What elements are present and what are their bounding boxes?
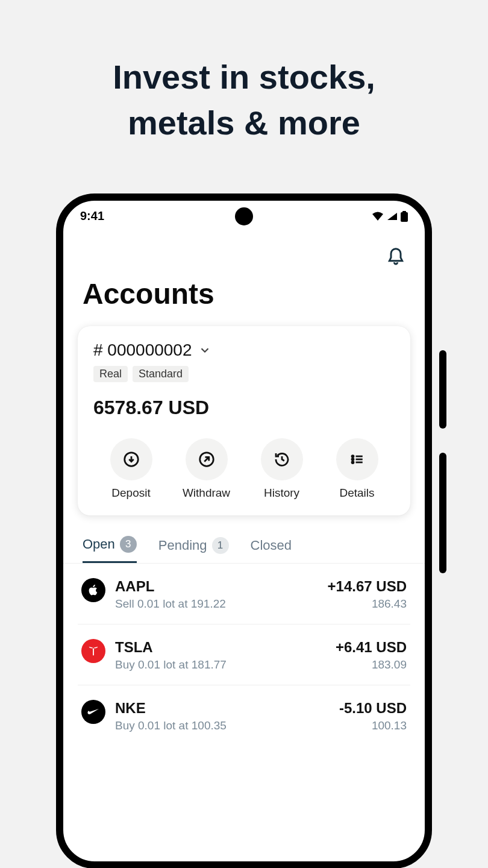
phone-side-button [439, 453, 446, 573]
account-number: # 000000002 [93, 341, 192, 360]
tab-open[interactable]: Open 3 [83, 536, 137, 563]
apple-icon [81, 578, 105, 602]
position-detail: Buy 0.01 lot at 100.35 [115, 719, 227, 732]
svg-point-4 [352, 456, 354, 458]
nike-icon [81, 700, 105, 724]
position-row[interactable]: NKEBuy 0.01 lot at 100.35-5.10 USD100.13 [78, 685, 410, 746]
phone-side-button [439, 350, 446, 429]
list-icon [348, 450, 366, 468]
deposit-button[interactable]: Deposit [93, 438, 169, 500]
position-detail: Sell 0.01 lot at 191.22 [115, 597, 226, 611]
tesla-icon [81, 639, 105, 663]
position-price: 100.13 [339, 719, 407, 732]
account-selector[interactable]: # 000000002 [93, 341, 395, 360]
svg-point-5 [352, 459, 354, 461]
svg-point-6 [352, 462, 354, 464]
position-price: 183.09 [336, 658, 407, 671]
position-price: 186.43 [328, 597, 407, 611]
camera-cutout [235, 207, 253, 225]
phone-frame: 9:41 Accounts # 000000002 Real Standard [56, 193, 432, 868]
position-symbol: NKE [115, 700, 227, 717]
tab-open-count: 3 [120, 536, 137, 553]
account-tag-standard: Standard [133, 366, 189, 382]
svg-rect-0 [401, 212, 408, 222]
position-detail: Buy 0.01 lot at 181.77 [115, 658, 227, 671]
battery-icon [401, 211, 408, 222]
account-card: # 000000002 Real Standard 6578.67 USD De… [78, 326, 410, 515]
withdraw-button[interactable]: Withdraw [169, 438, 244, 500]
position-pnl: +14.67 USD [328, 578, 407, 595]
chevron-down-icon [198, 344, 211, 357]
position-row[interactable]: TSLABuy 0.01 lot at 181.77+6.41 USD183.0… [78, 624, 410, 685]
arrow-up-right-circle-icon [198, 450, 216, 468]
account-balance: 6578.67 USD [93, 397, 395, 419]
account-tag-real: Real [93, 366, 128, 382]
details-button[interactable]: Details [319, 438, 395, 500]
status-time: 9:41 [80, 209, 104, 223]
status-bar: 9:41 [63, 201, 425, 229]
position-row[interactable]: AAPLSell 0.01 lot at 191.22+14.67 USD186… [78, 564, 410, 624]
promo-heading: Invest in stocks, metals & more [0, 0, 488, 145]
download-circle-icon [122, 450, 140, 468]
tab-pending-count: 1 [212, 537, 229, 554]
position-symbol: TSLA [115, 639, 227, 656]
bell-icon[interactable] [386, 247, 405, 266]
page-title: Accounts [63, 266, 425, 315]
history-button[interactable]: History [244, 438, 319, 500]
position-pnl: -5.10 USD [339, 700, 407, 717]
history-icon [273, 450, 291, 468]
position-pnl: +6.41 USD [336, 639, 407, 656]
wifi-icon [372, 212, 384, 221]
signal-icon [386, 212, 398, 221]
svg-rect-1 [402, 211, 406, 213]
position-symbol: AAPL [115, 578, 226, 595]
tab-closed[interactable]: Closed [251, 536, 292, 563]
tab-pending[interactable]: Pending 1 [158, 536, 229, 563]
